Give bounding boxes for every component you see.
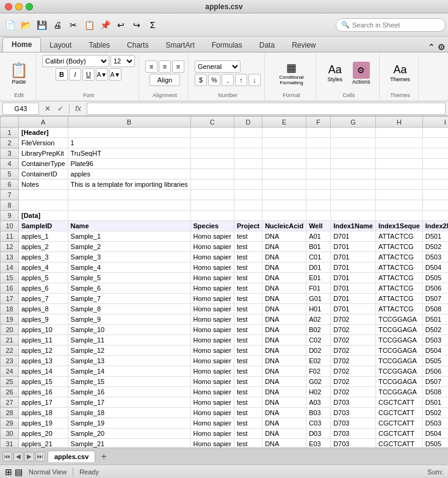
table-cell[interactable]: Homo sapier bbox=[190, 356, 234, 366]
table-cell[interactable]: ATTACTCG bbox=[375, 263, 422, 273]
table-cell[interactable]: CGCTCATT bbox=[375, 418, 422, 429]
table-cell[interactable]: TCCGGAGA bbox=[375, 346, 422, 356]
table-cell[interactable] bbox=[422, 159, 448, 169]
table-cell[interactable]: DNA bbox=[262, 387, 306, 397]
table-cell[interactable]: D701 bbox=[331, 231, 376, 242]
table-cell[interactable]: D701 bbox=[331, 304, 376, 314]
table-cell[interactable] bbox=[262, 128, 306, 138]
table-cell[interactable] bbox=[190, 128, 234, 138]
table-cell[interactable]: Homo sapier bbox=[190, 314, 234, 325]
table-cell[interactable]: ATTACTCG bbox=[375, 294, 422, 304]
tab-nav-first[interactable]: ⏮ bbox=[2, 452, 12, 462]
table-cell[interactable] bbox=[375, 159, 422, 169]
table-cell[interactable]: B03 bbox=[306, 408, 331, 418]
decimal-increase-button[interactable]: ↑ bbox=[235, 74, 247, 86]
table-cell[interactable]: B02 bbox=[306, 325, 331, 335]
table-cell[interactable] bbox=[262, 179, 306, 190]
cut-icon[interactable]: ✂ bbox=[66, 18, 81, 32]
table-cell[interactable]: D501 bbox=[422, 314, 448, 325]
table-cell[interactable] bbox=[234, 159, 262, 169]
table-cell[interactable]: D702 bbox=[331, 335, 376, 346]
table-cell[interactable] bbox=[262, 190, 306, 200]
align-left-button[interactable]: ≡ bbox=[145, 60, 157, 73]
table-cell[interactable]: Plate96 bbox=[68, 159, 190, 169]
table-cell[interactable]: F01 bbox=[306, 283, 331, 294]
table-cell[interactable]: DNA bbox=[262, 397, 306, 408]
table-cell[interactable] bbox=[331, 128, 376, 138]
table-cell[interactable] bbox=[234, 179, 262, 190]
table-cell[interactable]: Homo sapier bbox=[190, 283, 234, 294]
table-cell[interactable]: test bbox=[234, 273, 262, 283]
print-icon[interactable]: 🖨 bbox=[50, 18, 65, 32]
table-cell[interactable]: CGCTCATT bbox=[375, 408, 422, 418]
table-cell[interactable]: Sample_10 bbox=[68, 325, 190, 335]
table-cell[interactable] bbox=[190, 190, 234, 200]
underline-button[interactable]: U bbox=[82, 68, 95, 81]
table-cell[interactable] bbox=[331, 138, 376, 148]
table-cell[interactable]: D703 bbox=[331, 429, 376, 439]
table-cell[interactable] bbox=[331, 179, 376, 190]
table-cell[interactable]: test bbox=[234, 242, 262, 252]
table-cell[interactable]: Homo sapier bbox=[190, 263, 234, 273]
table-cell[interactable]: DNA bbox=[262, 439, 306, 448]
tab-charts[interactable]: Charts bbox=[118, 38, 157, 52]
font-color-button[interactable]: A▼ bbox=[109, 68, 121, 81]
table-cell[interactable]: DNA bbox=[262, 283, 306, 294]
table-cell[interactable] bbox=[375, 128, 422, 138]
table-cell[interactable]: Sample_1 bbox=[68, 231, 190, 242]
table-cell[interactable]: Sample_16 bbox=[68, 387, 190, 397]
gear-icon[interactable]: ⚙ bbox=[438, 42, 446, 52]
table-cell[interactable] bbox=[375, 179, 422, 190]
table-cell[interactable] bbox=[234, 148, 262, 159]
table-cell[interactable] bbox=[331, 159, 376, 169]
table-cell[interactable]: test bbox=[234, 294, 262, 304]
table-cell[interactable]: TCCGGAGA bbox=[375, 387, 422, 397]
table-cell[interactable]: test bbox=[234, 408, 262, 418]
table-cell[interactable]: D502 bbox=[422, 325, 448, 335]
table-cell[interactable] bbox=[375, 211, 422, 221]
cell-reference[interactable] bbox=[2, 103, 39, 115]
table-cell[interactable] bbox=[306, 169, 331, 179]
table-cell[interactable] bbox=[422, 169, 448, 179]
table-cell[interactable]: Sample_2 bbox=[68, 242, 190, 252]
table-cell[interactable]: TCCGGAGA bbox=[375, 314, 422, 325]
table-cell[interactable]: Homo sapier bbox=[190, 377, 234, 387]
table-cell[interactable]: Index1Seque bbox=[375, 221, 422, 231]
table-cell[interactable]: Sample_6 bbox=[68, 283, 190, 294]
table-cell[interactable]: Homo sapier bbox=[190, 231, 234, 242]
table-cell[interactable] bbox=[234, 169, 262, 179]
align-right-button[interactable]: ≡ bbox=[172, 60, 184, 73]
sheet-tab-apples[interactable]: apples.csv bbox=[48, 451, 95, 462]
align-center-button[interactable]: ≡ bbox=[159, 60, 171, 73]
col-header-b[interactable]: B bbox=[68, 117, 190, 128]
table-cell[interactable]: Homo sapier bbox=[190, 294, 234, 304]
table-cell[interactable]: test bbox=[234, 252, 262, 263]
table-cell[interactable]: Homo sapier bbox=[190, 387, 234, 397]
table-cell[interactable]: apples bbox=[68, 169, 190, 179]
tab-nav-next[interactable]: ▶ bbox=[24, 452, 34, 462]
table-cell[interactable]: CGCTCATT bbox=[375, 429, 422, 439]
new-icon[interactable]: 📄 bbox=[2, 18, 17, 32]
table-cell[interactable]: D504 bbox=[422, 429, 448, 439]
table-cell[interactable]: Sample_12 bbox=[68, 346, 190, 356]
table-cell[interactable]: D702 bbox=[331, 356, 376, 366]
spreadsheet-container[interactable]: A B C D E F G H I J 1[Header]2FileVersio… bbox=[0, 116, 448, 447]
table-cell[interactable] bbox=[262, 138, 306, 148]
table-cell[interactable] bbox=[262, 211, 306, 221]
tab-layout[interactable]: Layout bbox=[41, 38, 80, 52]
table-cell[interactable]: TCCGGAGA bbox=[375, 325, 422, 335]
table-cell[interactable]: [Data] bbox=[19, 211, 68, 221]
search-input[interactable] bbox=[352, 21, 438, 29]
table-cell[interactable]: apples_1 bbox=[19, 231, 68, 242]
table-cell[interactable]: Species bbox=[190, 221, 234, 231]
table-cell[interactable]: DNA bbox=[262, 252, 306, 263]
table-cell[interactable]: E01 bbox=[306, 273, 331, 283]
table-cell[interactable]: apples_5 bbox=[19, 273, 68, 283]
table-cell[interactable]: D701 bbox=[331, 242, 376, 252]
table-cell[interactable] bbox=[375, 200, 422, 211]
tab-data[interactable]: Data bbox=[251, 38, 283, 52]
col-header-a[interactable]: A bbox=[19, 117, 68, 128]
actions-button[interactable]: ⚙ Actions bbox=[349, 59, 374, 87]
paste-icon[interactable]: 📌 bbox=[98, 18, 112, 32]
table-cell[interactable]: Homo sapier bbox=[190, 242, 234, 252]
